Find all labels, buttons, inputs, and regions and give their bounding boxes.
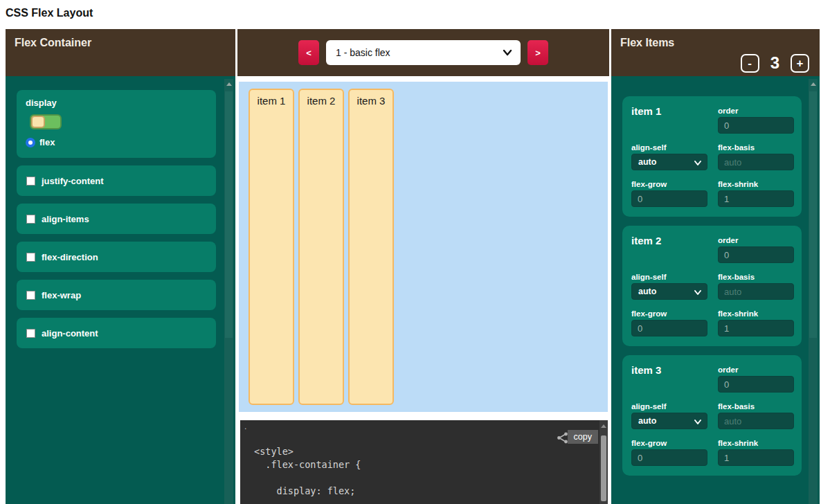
flex-direction-card: flex-direction — [17, 242, 216, 272]
flex-container-panel-title: Flex Container — [15, 37, 91, 48]
decrease-items-button[interactable]: - — [741, 54, 759, 73]
item-1-flex-shrink-input[interactable] — [718, 190, 794, 207]
display-toggle-knob[interactable] — [31, 116, 45, 128]
item-2-align-self-select[interactable]: auto — [631, 283, 707, 300]
order-label: order — [718, 366, 738, 374]
flex-grow-label: flex-grow — [631, 309, 667, 318]
next-example-button[interactable]: > — [527, 40, 548, 65]
item-1-flex-basis-input[interactable] — [718, 154, 794, 170]
code-scrollbar-thumb[interactable] — [601, 435, 606, 501]
align-self-value: auto — [638, 416, 656, 426]
scroll-up-icon[interactable] — [226, 82, 232, 86]
flex-preview-container: item 1 item 2 item 3 — [239, 82, 608, 412]
flex-items-panel-header: Flex Items - 3 + — [611, 29, 820, 76]
order-label: order — [718, 236, 738, 244]
align-items-checkbox[interactable] — [26, 215, 35, 224]
preview-flex-item-1[interactable]: item 1 — [249, 89, 294, 405]
align-self-value: auto — [638, 287, 656, 296]
flex-container-panel: Flex Container display flex justify-cont… — [6, 29, 235, 504]
code-line: .flex-container { — [254, 458, 608, 471]
scroll-up-icon[interactable] — [601, 424, 606, 428]
example-nav-bar: < 1 - basic flex > — [237, 29, 609, 76]
page-title: CSS Flex Layout — [6, 7, 93, 19]
preview-flex-item-2[interactable]: item 2 — [298, 89, 344, 405]
item-1-flex-grow-input[interactable] — [631, 190, 707, 207]
example-select-value: 1 - basic flex — [336, 47, 390, 58]
chevron-down-icon — [694, 160, 701, 166]
left-panel-scrollbar-thumb[interactable] — [225, 91, 233, 338]
item-3-flex-shrink-input[interactable] — [718, 449, 794, 466]
display-toggle[interactable] — [30, 114, 62, 129]
align-items-card: align-items — [17, 204, 216, 234]
flex-container-panel-header: Flex Container — [6, 29, 235, 76]
code-line — [254, 471, 608, 485]
prev-example-button[interactable]: < — [298, 40, 319, 65]
item-1-card: item 1 order align-self auto flex-basis … — [622, 96, 802, 217]
flex-items-panel-body: item 1 order align-self auto flex-basis … — [611, 76, 820, 504]
chevron-down-icon — [694, 419, 701, 425]
flex-wrap-card: flex-wrap — [17, 280, 216, 310]
justify-content-checkbox[interactable] — [26, 177, 35, 186]
flex-radio-label: flex — [39, 137, 55, 147]
item-2-order-input[interactable] — [718, 246, 794, 263]
align-self-label: align-self — [631, 143, 666, 152]
item-2-title: item 2 — [631, 235, 661, 246]
align-content-checkbox[interactable] — [26, 329, 35, 338]
align-content-label: align-content — [42, 328, 98, 339]
item-3-flex-basis-input[interactable] — [718, 413, 794, 429]
code-corner-dot: . — [244, 422, 246, 431]
item-3-card: item 3 order align-self auto flex-basis … — [622, 355, 802, 476]
left-panel-scrollbar[interactable] — [224, 79, 233, 504]
align-self-label: align-self — [631, 273, 666, 281]
order-label: order — [718, 107, 738, 115]
example-select[interactable]: 1 - basic flex — [326, 40, 521, 65]
app-window: CSS Flex Layout Flex Container display f… — [0, 0, 830, 504]
code-scrollbar[interactable] — [599, 420, 608, 504]
item-1-order-input[interactable] — [718, 117, 794, 134]
scroll-up-icon[interactable] — [811, 82, 816, 86]
align-items-label: align-items — [42, 214, 89, 224]
item-3-title: item 3 — [631, 364, 661, 376]
flex-grow-label: flex-grow — [631, 180, 667, 188]
item-2-flex-shrink-input[interactable] — [718, 320, 794, 336]
item-1-align-self-select[interactable]: auto — [631, 154, 707, 170]
display-label: display — [26, 98, 207, 108]
flex-wrap-label: flex-wrap — [42, 290, 81, 300]
increase-items-button[interactable]: + — [791, 54, 809, 73]
item-1-title: item 1 — [631, 105, 661, 117]
item-3-align-self-select[interactable]: auto — [631, 413, 707, 429]
item-2-card: item 2 order align-self auto flex-basis … — [622, 226, 802, 346]
flex-grow-label: flex-grow — [631, 439, 667, 447]
align-self-value: auto — [638, 157, 656, 167]
item-3-order-input[interactable] — [718, 376, 794, 393]
justify-content-card: justify-content — [17, 165, 216, 196]
flex-basis-label: flex-basis — [718, 273, 755, 281]
flex-direction-checkbox[interactable] — [26, 253, 35, 262]
flex-shrink-label: flex-shrink — [718, 180, 758, 188]
flex-shrink-label: flex-shrink — [718, 439, 758, 447]
item-count-value: 3 — [770, 53, 779, 73]
code-line: display: flex; — [254, 485, 608, 498]
right-panel-scrollbar-thumb[interactable] — [809, 91, 817, 338]
flex-wrap-checkbox[interactable] — [26, 291, 35, 300]
item-2-flex-grow-input[interactable] — [631, 320, 707, 336]
right-panel-scrollbar[interactable] — [809, 79, 818, 504]
chevron-down-icon — [694, 289, 701, 296]
flex-radio[interactable] — [26, 138, 35, 147]
preview-flex-item-3[interactable]: item 3 — [348, 89, 394, 405]
item-2-flex-basis-input[interactable] — [718, 283, 794, 300]
code-line: <style> — [254, 445, 608, 458]
flex-items-panel-title: Flex Items — [620, 37, 674, 48]
flex-direction-label: flex-direction — [42, 252, 98, 262]
copy-button[interactable]: copy — [568, 430, 598, 444]
chevron-down-icon — [503, 48, 512, 57]
item-3-flex-grow-input[interactable] — [631, 449, 707, 466]
justify-content-label: justify-content — [42, 176, 104, 186]
item-count-controls: - 3 + — [741, 53, 809, 73]
align-self-label: align-self — [631, 402, 666, 411]
flex-container-panel-body: display flex justify-content align-items — [6, 76, 235, 504]
flex-items-panel: Flex Items - 3 + item 1 order align-self… — [611, 29, 820, 504]
flex-basis-label: flex-basis — [718, 143, 755, 152]
flex-basis-label: flex-basis — [718, 402, 755, 411]
code-block: <style> .flex-container { display: flex; — [240, 420, 608, 498]
